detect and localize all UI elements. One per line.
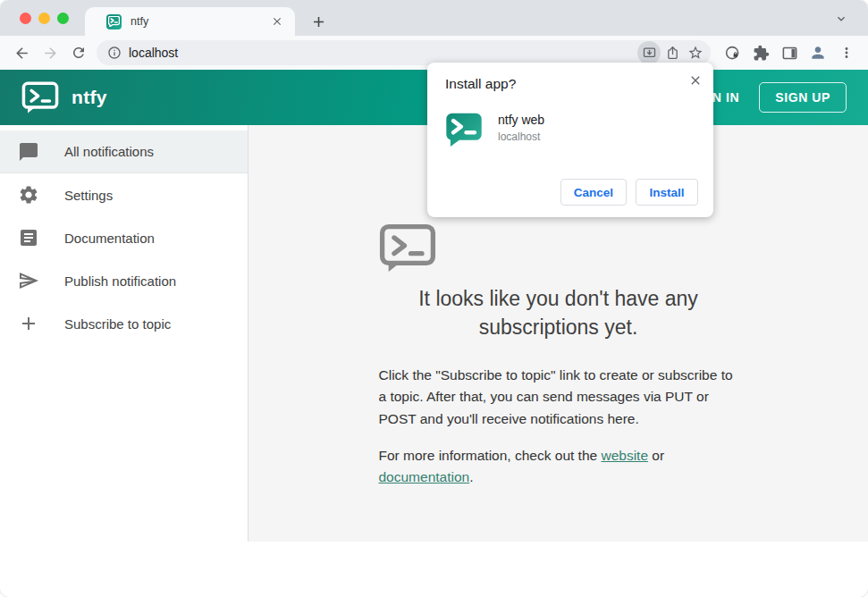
close-window-button[interactable] <box>20 13 31 24</box>
toolbar-right-icons <box>718 38 861 67</box>
tab-title: ntfy <box>131 15 269 28</box>
sidebar: All notifications Settings Documentation… <box>0 125 249 542</box>
documentation-link[interactable]: documentation <box>379 469 470 484</box>
sidebar-item-label: Documentation <box>64 231 155 246</box>
brand-name: ntfy <box>72 87 107 108</box>
sidebar-item-label: Subscribe to topic <box>64 316 171 332</box>
forward-icon[interactable] <box>36 38 64 67</box>
macos-traffic-lights <box>20 13 69 24</box>
back-icon[interactable] <box>7 38 36 67</box>
empty-state: It looks like you don't have any subscri… <box>379 223 738 542</box>
dialog-app-name: ntfy web <box>498 113 544 127</box>
sidebar-item-all-notifications[interactable]: All notifications <box>0 130 248 173</box>
extensions-icon[interactable] <box>746 38 775 67</box>
bookmark-star-icon[interactable] <box>684 41 707 64</box>
password-manager-icon[interactable] <box>718 38 746 67</box>
tab-strip: ntfy <box>0 0 868 36</box>
document-icon <box>18 227 39 248</box>
browser-window: ntfy localhost <box>0 0 868 597</box>
new-tab-icon[interactable] <box>308 11 329 32</box>
empty-state-heading: It looks like you don't have any subscri… <box>379 285 738 341</box>
install-app-icon[interactable] <box>637 41 661 64</box>
plus-icon <box>18 313 39 334</box>
tab-search-chevron-down-icon[interactable] <box>834 12 848 26</box>
sidebar-item-label: Publish notification <box>64 273 176 289</box>
dialog-close-icon[interactable] <box>688 73 703 88</box>
sign-up-button[interactable]: SIGN UP <box>759 82 847 113</box>
cancel-button[interactable]: Cancel <box>560 179 627 206</box>
send-icon <box>18 270 39 291</box>
install-app-dialog: Install app? ntfy web localhost Cancel I… <box>427 63 713 217</box>
sidebar-item-documentation[interactable]: Documentation <box>0 216 248 259</box>
more-info-suffix: . <box>469 469 473 484</box>
dialog-app-row: ntfy web localhost <box>445 112 699 147</box>
reload-icon[interactable] <box>64 38 93 67</box>
ntfy-app-icon <box>445 112 483 147</box>
more-info-prefix: For more information, check out the <box>379 448 602 463</box>
tab-close-icon[interactable] <box>269 14 284 29</box>
url-text[interactable]: localhost <box>129 46 637 60</box>
address-bar[interactable]: localhost <box>97 40 711 65</box>
more-info-or: or <box>648 448 664 463</box>
website-link[interactable]: website <box>601 448 648 463</box>
side-panel-icon[interactable] <box>775 38 804 67</box>
ntfy-logo-gray-icon <box>379 223 738 273</box>
page-info-icon[interactable] <box>107 46 122 60</box>
profile-avatar-icon[interactable] <box>804 38 832 67</box>
sidebar-item-publish-notification[interactable]: Publish notification <box>0 259 248 302</box>
sidebar-item-label: All notifications <box>64 144 154 159</box>
gear-icon <box>18 184 39 206</box>
sidebar-item-settings[interactable]: Settings <box>0 173 248 216</box>
share-icon[interactable] <box>661 41 684 64</box>
dialog-buttons: Cancel Install <box>560 179 698 206</box>
dialog-app-meta: ntfy web localhost <box>498 112 544 143</box>
ntfy-logo-icon <box>21 81 59 114</box>
empty-state-more-info: For more information, check out the webs… <box>379 445 738 488</box>
sidebar-item-label: Settings <box>64 188 113 203</box>
maximize-window-button[interactable] <box>57 13 69 24</box>
browser-tab[interactable]: ntfy <box>85 7 295 36</box>
menu-kebab-icon[interactable] <box>832 38 861 67</box>
sidebar-item-subscribe-to-topic[interactable]: Subscribe to topic <box>0 302 248 345</box>
empty-state-paragraph: Click the "Subscribe to topic" link to c… <box>379 365 738 429</box>
dialog-app-origin: localhost <box>498 130 544 143</box>
ntfy-favicon-icon <box>106 14 122 29</box>
dialog-title: Install app? <box>445 76 699 92</box>
minimize-window-button[interactable] <box>38 13 50 24</box>
chat-icon <box>18 141 39 163</box>
install-button[interactable]: Install <box>636 179 698 206</box>
